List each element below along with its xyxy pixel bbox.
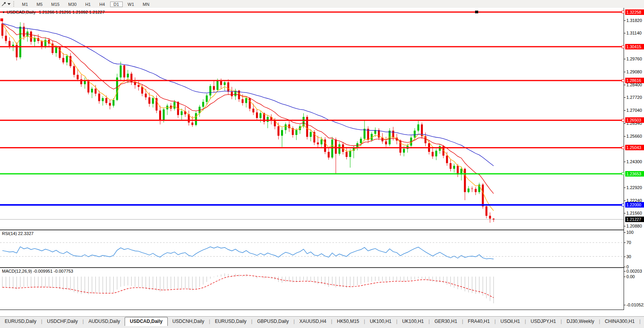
chart-tab-usdcad-daily[interactable]: USDCAD,Daily: [125, 317, 167, 326]
line-handle[interactable]: [622, 172, 624, 175]
chart-tab-usdjpy-h1[interactable]: USDJPY,H1: [526, 317, 561, 325]
axis-tick-mark: [624, 200, 626, 201]
timeframe-button-m5[interactable]: M5: [33, 2, 46, 7]
macd-scale-label: 0.00203: [626, 268, 642, 274]
price-tick-label: 1.24300: [626, 159, 642, 164]
candle-body: [123, 66, 125, 78]
chart-tab-ger30-h1[interactable]: GER30,H1: [430, 317, 462, 325]
line-handle[interactable]: [622, 146, 624, 149]
chart-tab-eurusd-daily[interactable]: EURUSD,Daily: [210, 317, 251, 325]
crosshair-tool-icon[interactable]: [0, 1, 7, 7]
candle-body: [267, 117, 268, 122]
line-handle[interactable]: [622, 119, 624, 122]
chart-tab-gbpusd-daily[interactable]: GBPUSD,Daily: [252, 317, 294, 325]
axis-tick-mark: [624, 213, 626, 213]
chart-tab-audusd-daily[interactable]: AUDUSD,Daily: [84, 317, 125, 325]
chart-tab-uk100-h1[interactable]: UK100,H1: [397, 317, 428, 325]
axis-tick-mark: [624, 242, 626, 243]
chart-tab-usdchf-daily[interactable]: USDCHF,Daily: [42, 317, 83, 325]
line-handle[interactable]: [622, 46, 624, 48]
candle-body: [360, 139, 362, 143]
timeframe-button-m15[interactable]: M15: [48, 2, 63, 7]
axis-tick-mark: [624, 33, 626, 33]
chart-ohlc: 1.21266 1.21291 1.21092 1.21227: [39, 10, 105, 15]
price-tick-label: 1.20880: [626, 223, 642, 229]
rsi-scale-label: 100: [626, 230, 633, 235]
candle-body: [485, 206, 487, 216]
candle-body: [91, 89, 93, 93]
price-tick-label: 1.31820: [626, 18, 642, 23]
chart-region: ▼USDCAD,Daily1.21266 1.21291 1.21092 1.2…: [0, 8, 644, 310]
toolbar-grip[interactable]: [13, 1, 15, 7]
candle-body: [417, 124, 419, 131]
price-axis[interactable]: 1.318201.311401.297601.290801.284001.277…: [624, 8, 644, 310]
timeframe-button-h4[interactable]: H4: [96, 2, 108, 7]
timeframe-button-m1[interactable]: M1: [18, 2, 31, 7]
chart-shift-marker[interactable]: [475, 11, 478, 13]
axis-tick-mark: [624, 226, 626, 226]
chart-tab-usoil-h1[interactable]: USOil,H1: [496, 317, 525, 325]
panel-splitter[interactable]: [0, 267, 624, 268]
price-tick-label: 1.27040: [626, 108, 642, 113]
candle-body: [285, 124, 287, 130]
candle-body: [213, 86, 215, 90]
timeframe-button-w1[interactable]: W1: [124, 2, 138, 7]
axis-tick-mark: [624, 136, 626, 137]
timeframe-button-mn[interactable]: MN: [139, 2, 153, 7]
chart-tab-eurusd-daily[interactable]: EURUSD,Daily: [0, 317, 41, 325]
price-chart[interactable]: [0, 8, 644, 310]
candle-body: [392, 131, 394, 138]
axis-tick-mark: [624, 59, 626, 59]
chart-tab-uk100-h1[interactable]: UK100,H1: [365, 317, 396, 325]
level-price-label: 1.26503: [625, 117, 644, 123]
candle-body: [220, 81, 222, 85]
level-price-label: 1.22000: [625, 202, 644, 208]
timeframe-button-h1[interactable]: H1: [82, 2, 94, 7]
macd-panel[interactable]: [2, 273, 493, 303]
candle-body: [471, 188, 473, 189]
panel-splitter[interactable]: [0, 230, 624, 230]
candle-body: [464, 169, 466, 192]
chart-tab-china300-h1[interactable]: CHINA300,H1: [600, 317, 639, 325]
chart-tab-fra40-h1[interactable]: FRA40,H1: [463, 317, 495, 325]
candle-body: [432, 152, 434, 156]
candles: [2, 21, 495, 223]
tool-dropdown-icon[interactable]: [7, 3, 11, 5]
candle-body: [403, 149, 405, 153]
chart-tab-dj30-weekly[interactable]: DJ30,Weekly: [562, 317, 599, 325]
chart-tab-hk50-m15[interactable]: HK50,M15: [332, 317, 364, 325]
candle-body: [331, 139, 333, 157]
timeframe-button-d1[interactable]: D1: [110, 2, 123, 7]
candle-body: [202, 102, 204, 107]
level-price-label: 1.30415: [625, 44, 644, 49]
candle-body: [141, 87, 143, 93]
rsi-panel[interactable]: [0, 242, 624, 259]
timeframe-button-m30[interactable]: M30: [65, 2, 80, 7]
main-price-panel[interactable]: [0, 11, 624, 223]
candle-body: [5, 36, 7, 41]
candle-body: [482, 184, 484, 206]
line-handle[interactable]: [622, 11, 624, 13]
candle-body: [149, 97, 151, 104]
price-tick-label: 1.29760: [626, 56, 642, 62]
candle-body: [252, 109, 254, 113]
axis-tick-mark: [624, 123, 626, 124]
candle-body: [338, 144, 340, 154]
candle-body: [216, 81, 218, 90]
line-handle[interactable]: [622, 204, 624, 206]
candle-body: [231, 92, 233, 96]
moving-average-fast: [2, 24, 493, 211]
timeframe-toolbar: M1M5M15M30H1H4D1W1MN: [0, 0, 644, 8]
chart-tab-xauusd-h4[interactable]: XAUUSD,H4: [295, 317, 331, 325]
line-handle[interactable]: [0, 18, 3, 21]
price-tick-label: 1.21560: [626, 210, 642, 216]
line-handle[interactable]: [622, 79, 624, 82]
candle-body: [328, 152, 330, 157]
candle-body: [12, 45, 14, 46]
candle-body: [439, 146, 441, 151]
chart-tab-usdcnh-daily[interactable]: USDCNH,Daily: [168, 317, 209, 325]
axis-tick-mark: [624, 110, 626, 111]
candle-body: [335, 139, 337, 153]
moving-average-slow: [2, 24, 493, 166]
chart-tab-usc[interactable]: USC: [640, 317, 644, 325]
